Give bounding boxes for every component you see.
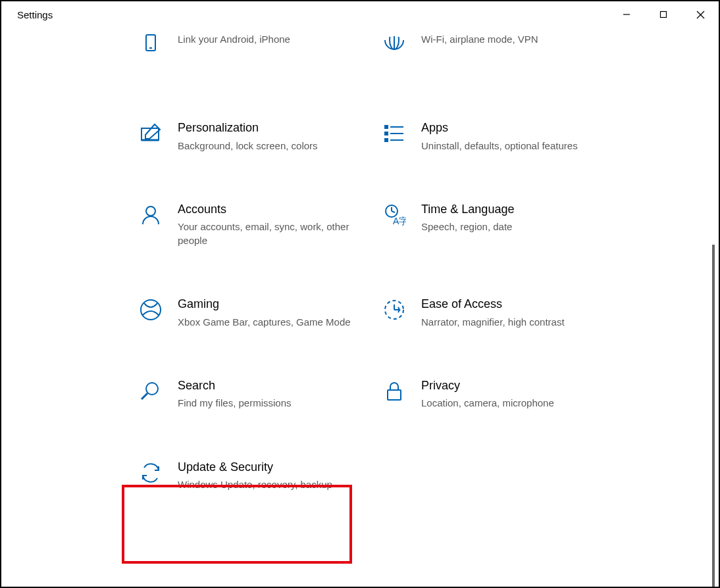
tile-search[interactable]: Search Find my files, permissions <box>133 374 357 416</box>
privacy-icon <box>382 379 407 404</box>
scrollbar[interactable] <box>712 245 715 587</box>
tile-phone-desc: Link your Android, iPhone <box>178 33 351 46</box>
tile-gaming-desc: Xbox Game Bar, captures, Game Mode <box>178 316 351 329</box>
tile-phone[interactable]: Link your Android, iPhone <box>133 28 357 63</box>
svg-point-24 <box>146 383 158 395</box>
tile-network-desc: Wi-Fi, airplane mode, VPN <box>421 33 595 46</box>
tile-timelang-title: Time & Language <box>421 203 595 217</box>
tile-apps[interactable]: Apps Uninstall, defaults, optional featu… <box>376 116 600 158</box>
window-title: Settings <box>17 9 53 20</box>
tile-personalization-desc: Background, lock screen, colors <box>178 139 351 153</box>
tile-ease[interactable]: Ease of Access Narrator, magnifier, high… <box>376 292 600 334</box>
personalization-icon <box>138 121 163 146</box>
svg-rect-26 <box>388 390 401 400</box>
apps-icon <box>382 121 407 146</box>
tile-privacy[interactable]: Privacy Location, camera, microphone <box>376 374 600 416</box>
tile-accounts-desc: Your accounts, email, sync, work, other … <box>178 220 351 247</box>
svg-line-25 <box>141 393 147 399</box>
ease-of-access-icon <box>382 297 407 322</box>
content-area: Link your Android, iPhone Wi-Fi, airplan… <box>1 28 719 587</box>
tile-gaming-title: Gaming <box>178 297 351 312</box>
time-language-icon: A字 <box>382 203 407 228</box>
globe-icon <box>382 33 407 58</box>
gaming-icon <box>138 297 163 322</box>
svg-point-16 <box>146 207 155 216</box>
accounts-icon <box>138 203 163 228</box>
svg-text:A字: A字 <box>393 216 406 226</box>
titlebar: Settings <box>1 1 719 28</box>
tile-network[interactable]: Wi-Fi, airplane mode, VPN <box>376 28 600 63</box>
phone-icon <box>138 33 163 58</box>
tile-timelang-desc: Speech, region, date <box>421 220 595 233</box>
search-icon <box>138 379 163 404</box>
tile-personalization[interactable]: Personalization Background, lock screen,… <box>133 116 357 158</box>
svg-line-19 <box>392 211 395 212</box>
tile-timelang[interactable]: A字 Time & Language Speech, region, date <box>376 197 600 253</box>
svg-rect-1 <box>661 12 667 18</box>
tile-search-title: Search <box>178 379 351 393</box>
window-controls <box>608 1 719 28</box>
tile-ease-desc: Narrator, magnifier, high contrast <box>421 316 595 329</box>
svg-rect-10 <box>385 126 388 128</box>
tile-update-title: Update & Security <box>178 460 351 475</box>
svg-rect-12 <box>385 132 388 135</box>
svg-point-21 <box>141 300 161 320</box>
maximize-button[interactable] <box>645 1 682 28</box>
tile-apps-title: Apps <box>421 121 595 135</box>
svg-rect-14 <box>385 139 388 141</box>
close-button[interactable] <box>682 1 719 28</box>
tile-accounts[interactable]: Accounts Your accounts, email, sync, wor… <box>133 197 357 253</box>
minimize-button[interactable] <box>608 1 645 28</box>
tile-privacy-title: Privacy <box>421 379 595 393</box>
tile-apps-desc: Uninstall, defaults, optional features <box>421 139 595 153</box>
update-security-icon <box>138 460 163 485</box>
tile-accounts-title: Accounts <box>178 203 351 217</box>
tile-personalization-title: Personalization <box>178 121 351 135</box>
tile-ease-title: Ease of Access <box>421 297 595 312</box>
tile-search-desc: Find my files, permissions <box>178 397 351 410</box>
tile-privacy-desc: Location, camera, microphone <box>421 397 595 410</box>
highlight-box <box>122 485 352 564</box>
tile-gaming[interactable]: Gaming Xbox Game Bar, captures, Game Mod… <box>133 292 357 334</box>
